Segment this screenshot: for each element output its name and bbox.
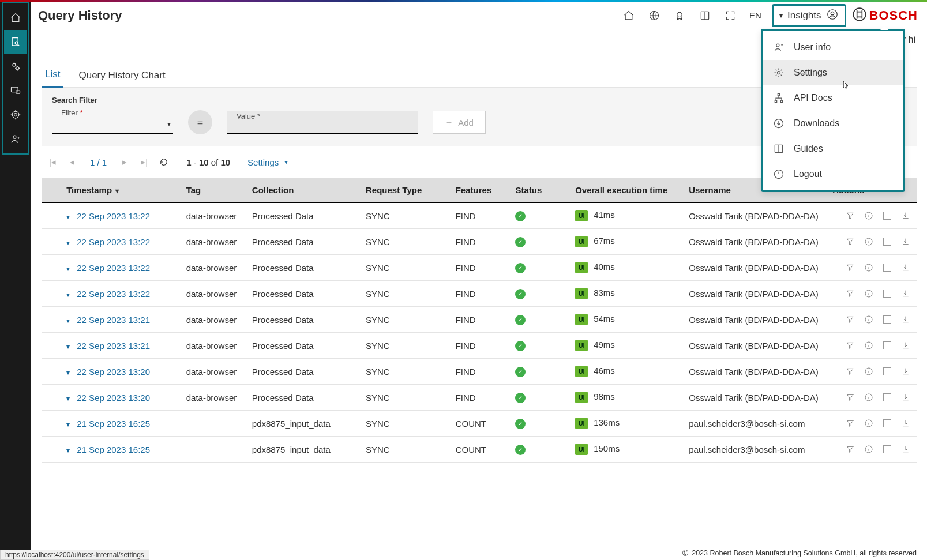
filter-action[interactable] <box>845 288 855 299</box>
download-action[interactable] <box>900 340 911 351</box>
expand-row-icon[interactable]: ▾ <box>66 265 70 273</box>
table-settings-link[interactable]: Settings ▾ <box>247 157 288 167</box>
select-action[interactable] <box>882 392 892 403</box>
ui-badge: UI <box>575 288 588 299</box>
filter-action[interactable] <box>845 366 855 377</box>
col-request-type[interactable]: Request Type <box>360 178 450 203</box>
page-first[interactable]: |◂ <box>45 155 60 170</box>
info-action[interactable] <box>864 236 874 247</box>
sidebar-monitor[interactable] <box>4 78 27 103</box>
info-action[interactable] <box>864 392 874 403</box>
select-action[interactable] <box>882 340 892 351</box>
filter-action[interactable] <box>845 392 855 403</box>
sidebar-user[interactable] <box>4 127 27 151</box>
download-action[interactable] <box>900 444 911 454</box>
col-timestamp[interactable]: Timestamp▾ <box>61 178 181 203</box>
home-button[interactable] <box>622 9 635 22</box>
page-last[interactable]: ▸| <box>137 155 152 170</box>
tab-chart[interactable]: Query History Chart <box>75 64 168 87</box>
expand-row-icon[interactable]: ▾ <box>66 239 70 247</box>
col-tag[interactable]: Tag <box>181 178 246 203</box>
book-button[interactable] <box>699 9 711 22</box>
download-action[interactable] <box>900 211 911 221</box>
menu-guides[interactable]: Guides <box>763 136 903 161</box>
select-action[interactable] <box>882 262 892 273</box>
cell-timestamp[interactable]: ▾21 Sep 2023 16:25 <box>61 437 181 463</box>
download-action[interactable] <box>900 392 911 403</box>
info-action[interactable] <box>864 340 874 351</box>
cell-collection: pdx8875_input_data <box>246 411 360 437</box>
page-next[interactable]: ▸ <box>117 155 132 170</box>
cell-timestamp[interactable]: ▾22 Sep 2023 13:20 <box>61 385 181 411</box>
menu-logout[interactable]: Logout <box>763 161 903 187</box>
cell-timestamp[interactable]: ▾22 Sep 2023 13:21 <box>61 333 181 359</box>
download-action[interactable] <box>900 418 911 429</box>
expand-row-icon[interactable]: ▾ <box>66 291 70 299</box>
info-action[interactable] <box>864 262 874 273</box>
sidebar-search[interactable] <box>4 30 27 54</box>
tab-list[interactable]: List <box>42 63 63 88</box>
globe-button[interactable] <box>648 9 660 22</box>
menu-settings[interactable]: Settings <box>763 60 903 85</box>
refresh-button[interactable] <box>156 155 171 170</box>
info-action[interactable] <box>864 314 874 325</box>
download-action[interactable] <box>900 262 911 273</box>
expand-row-icon[interactable]: ▾ <box>66 446 70 454</box>
cell-timestamp[interactable]: ▾22 Sep 2023 13:22 <box>61 229 181 255</box>
fullscreen-button[interactable] <box>724 9 737 22</box>
page-prev[interactable]: ◂ <box>65 155 80 170</box>
add-filter-button[interactable]: ＋ Add <box>433 111 486 134</box>
badge-button[interactable] <box>673 9 686 22</box>
select-action[interactable] <box>882 444 892 454</box>
language-label[interactable]: EN <box>749 10 761 20</box>
filter-action[interactable] <box>845 444 855 454</box>
cell-timestamp[interactable]: ▾22 Sep 2023 13:22 <box>61 202 181 229</box>
col-collection[interactable]: Collection <box>246 178 360 203</box>
expand-row-icon[interactable]: ▾ <box>66 213 70 221</box>
cell-timestamp[interactable]: ▾21 Sep 2023 16:25 <box>61 411 181 437</box>
expand-row-icon[interactable]: ▾ <box>66 394 70 403</box>
equals-operator[interactable]: = <box>188 110 212 134</box>
expand-row-icon[interactable]: ▾ <box>66 317 70 325</box>
insights-menu-trigger[interactable]: ▾ Insights <box>772 4 846 27</box>
cell-timestamp[interactable]: ▾22 Sep 2023 13:22 <box>61 255 181 281</box>
filter-action[interactable] <box>845 262 855 273</box>
col-exec-time[interactable]: Overall execution time <box>569 178 683 203</box>
select-action[interactable] <box>882 314 892 325</box>
menu-api-docs[interactable]: API Docs <box>763 85 903 111</box>
value-input[interactable]: Value * <box>227 111 418 134</box>
col-features[interactable]: Features <box>450 178 510 203</box>
menu-user-info[interactable]: User info <box>763 35 903 60</box>
info-action[interactable] <box>864 211 874 221</box>
cell-timestamp[interactable]: ▾22 Sep 2023 13:21 <box>61 307 181 333</box>
filter-action[interactable] <box>845 314 855 325</box>
expand-row-icon[interactable]: ▾ <box>66 420 70 429</box>
info-action[interactable] <box>864 444 874 454</box>
filter-select[interactable]: Filter * ▾ <box>52 111 173 134</box>
select-action[interactable] <box>882 211 892 221</box>
cell-timestamp[interactable]: ▾22 Sep 2023 13:22 <box>61 281 181 307</box>
col-status[interactable]: Status <box>509 178 569 203</box>
filter-action[interactable] <box>845 340 855 351</box>
sidebar-gears[interactable] <box>4 54 27 78</box>
download-action[interactable] <box>900 314 911 325</box>
expand-row-icon[interactable]: ▾ <box>66 369 70 377</box>
expand-row-icon[interactable]: ▾ <box>66 343 70 351</box>
download-action[interactable] <box>900 288 911 299</box>
sidebar-target[interactable] <box>4 103 27 127</box>
select-action[interactable] <box>882 366 892 377</box>
info-action[interactable] <box>864 418 874 429</box>
select-action[interactable] <box>882 236 892 247</box>
menu-downloads[interactable]: Downloads <box>763 111 903 136</box>
info-action[interactable] <box>864 366 874 377</box>
info-action[interactable] <box>864 288 874 299</box>
download-action[interactable] <box>900 236 911 247</box>
sidebar-home[interactable] <box>4 6 27 30</box>
download-action[interactable] <box>900 366 911 377</box>
filter-action[interactable] <box>845 211 855 221</box>
filter-action[interactable] <box>845 418 855 429</box>
filter-action[interactable] <box>845 236 855 247</box>
cell-timestamp[interactable]: ▾22 Sep 2023 13:20 <box>61 359 181 385</box>
select-action[interactable] <box>882 288 892 299</box>
select-action[interactable] <box>882 418 892 429</box>
